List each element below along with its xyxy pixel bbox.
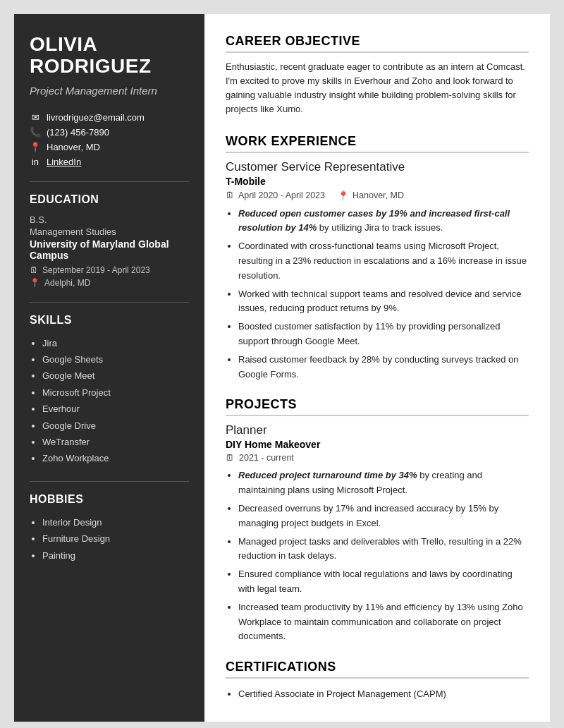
contact-location: 📍 Hanover, MD: [30, 142, 189, 152]
calendar-icon: 🗓: [226, 453, 235, 463]
job-title: Customer Service Representative: [226, 160, 529, 174]
bullet-item: Boosted customer satisfaction by 11% by …: [238, 320, 529, 349]
skill-item: Google Meet: [42, 368, 189, 384]
email-icon: ✉: [30, 112, 41, 123]
bullet-item: Worked with technical support teams and …: [238, 287, 529, 317]
bullet-item: Reduced project turnaround time by 34% b…: [238, 468, 529, 498]
bullet-item: Raised customer feedback by 28% by condu…: [238, 353, 529, 382]
projects-title: PROJECTS: [226, 397, 529, 416]
location-icon: 📍: [30, 142, 41, 152]
contact-phone: 📞 (123) 456-7890: [30, 127, 189, 138]
hobby-item: Interior Design: [42, 514, 189, 530]
skill-item: WeTransfer: [42, 434, 189, 450]
project-role: Planner: [226, 423, 529, 437]
job-location: 📍 Hanover, MD: [338, 190, 404, 201]
bullet-bold: Reduced project turnaround time by 34%: [238, 470, 417, 480]
hobby-item: Furniture Design: [42, 530, 189, 547]
bullet-item: Decreased overruns by 17% and increased …: [238, 502, 529, 531]
company-name: T-Mobile: [226, 176, 529, 187]
skill-item: Jira: [42, 335, 189, 351]
calendar-icon: 🗓: [226, 190, 235, 200]
certifications-title: CERTIFICATIONS: [226, 660, 529, 679]
edu-school: University of Maryland Global Campus: [30, 238, 189, 261]
skills-list: Jira Google Sheets Google Meet Microsoft…: [30, 335, 189, 467]
project-dates: 🗓 2021 - current: [226, 453, 529, 463]
bullet-item: Increased team productivity by 11% and e…: [238, 600, 529, 644]
candidate-title: Project Management Intern: [30, 83, 189, 98]
skill-item: Google Drive: [42, 418, 189, 434]
skill-item: Microsoft Project: [42, 384, 189, 401]
location-icon: 📍: [338, 190, 349, 201]
bullet-bold: Reduced open customer cases by 19% and i…: [238, 208, 510, 233]
edu-field: Management Studies: [30, 226, 189, 237]
phone-icon: 📞: [30, 127, 41, 138]
bullet-item: Ensured compliance with local regulation…: [238, 567, 529, 597]
project-entry: Planner DIY Home Makeover 🗓 2021 - curre…: [226, 423, 529, 644]
job-bullets: Reduced open customer cases by 19% and i…: [226, 207, 529, 382]
hobbies-section-title: HOBBIES: [30, 493, 189, 506]
main-content: CAREER OBJECTIVE Enthusiastic, recent gr…: [204, 14, 550, 722]
education-section-title: EDUCATION: [30, 193, 189, 206]
cert-item: Certified Associate in Project Managemen…: [238, 686, 529, 702]
project-name: DIY Home Makeover: [226, 439, 529, 450]
job-meta: 🗓 April 2020 - April 2023 📍 Hanover, MD: [226, 190, 529, 201]
divider-2: [30, 302, 189, 303]
edu-degree: B.S.: [30, 214, 189, 225]
contact-linkedin[interactable]: in LinkedIn: [30, 157, 189, 167]
skill-item: Everhour: [42, 401, 189, 417]
calendar-icon: 🗓: [30, 265, 38, 275]
work-experience-title: WORK EXPERIENCE: [226, 134, 529, 153]
candidate-name: OLIVIA RODRIGUEZ: [30, 34, 189, 78]
bullet-item: Coordinated with cross-functional teams …: [238, 239, 529, 283]
edu-location-icon: 📍: [30, 278, 40, 288]
job-entry: Customer Service Representative T-Mobile…: [226, 160, 529, 382]
divider-1: [30, 181, 189, 182]
bullet-item: Reduced open customer cases by 19% and i…: [238, 207, 529, 236]
bullet-item: Managed project tasks and deliverables w…: [238, 535, 529, 564]
skill-item: Zoho Workplace: [42, 450, 189, 466]
cert-list: Certified Associate in Project Managemen…: [226, 686, 529, 702]
career-objective-title: CAREER OBJECTIVE: [226, 34, 529, 53]
hobbies-list: Interior Design Furniture Design Paintin…: [30, 514, 189, 564]
edu-dates: 🗓 September 2019 - April 2023: [30, 265, 189, 275]
sidebar: OLIVIA RODRIGUEZ Project Management Inte…: [14, 14, 204, 722]
edu-location: 📍 Adelphi, MD: [30, 278, 189, 288]
job-dates: 🗓 April 2020 - April 2023: [226, 190, 325, 200]
contact-email: ✉ livrodriguez@email.com: [30, 112, 189, 123]
divider-3: [30, 481, 189, 482]
career-objective-text: Enthusiastic, recent graduate eager to c…: [226, 60, 529, 117]
linkedin-icon: in: [30, 157, 41, 167]
resume-container: OLIVIA RODRIGUEZ Project Management Inte…: [14, 14, 550, 722]
project-bullets: Reduced project turnaround time by 34% b…: [226, 468, 529, 644]
hobby-item: Painting: [42, 547, 189, 564]
skill-item: Google Sheets: [42, 351, 189, 368]
skills-section-title: SKILLS: [30, 314, 189, 327]
